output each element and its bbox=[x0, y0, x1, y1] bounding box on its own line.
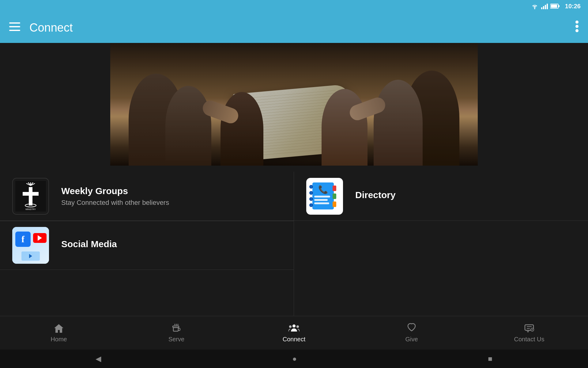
svg-point-13 bbox=[575, 29, 579, 32]
hamburger-menu-icon[interactable] bbox=[9, 22, 20, 33]
ministry-icon: MINISTRY bbox=[12, 178, 49, 215]
svg-rect-10 bbox=[9, 30, 20, 31]
svg-rect-25 bbox=[173, 328, 178, 331]
contact-us-icon bbox=[524, 323, 535, 334]
nav-item-give[interactable]: Give bbox=[353, 320, 470, 346]
svg-text:MINISTRY: MINISTRY bbox=[25, 208, 36, 210]
nav-item-contact-us[interactable]: Contact Us bbox=[470, 320, 588, 346]
svg-rect-2 bbox=[543, 6, 544, 9]
home-icon bbox=[53, 323, 64, 334]
home-label: Home bbox=[51, 336, 67, 343]
svg-rect-3 bbox=[545, 5, 546, 9]
directory-title: Directory bbox=[355, 190, 576, 200]
weekly-groups-title: Weekly Groups bbox=[61, 186, 281, 196]
page-title: Connect bbox=[29, 21, 575, 34]
content-grid: MINISTRY Weekly Groups Stay Connected wi… bbox=[0, 172, 588, 334]
svg-point-31 bbox=[289, 325, 292, 328]
weekly-groups-subtitle: Stay Connected with other believers bbox=[61, 199, 281, 207]
contact-us-label: Contact Us bbox=[514, 336, 545, 343]
back-button[interactable]: ◀ bbox=[96, 355, 101, 363]
svg-point-30 bbox=[292, 324, 296, 328]
connect-label: Connect bbox=[283, 336, 306, 343]
hero-image bbox=[110, 43, 478, 166]
svg-rect-7 bbox=[558, 5, 560, 7]
social-media-card[interactable]: f Social Media bbox=[0, 221, 294, 270]
status-bar: 10:26 bbox=[0, 0, 588, 12]
nav-item-home[interactable]: Home bbox=[0, 320, 118, 346]
signal-icon bbox=[541, 3, 548, 9]
status-time: 10:26 bbox=[565, 3, 581, 10]
nav-item-serve[interactable]: Serve bbox=[118, 320, 235, 346]
wifi-icon bbox=[531, 3, 539, 9]
svg-rect-4 bbox=[547, 4, 548, 9]
status-icons: 10:26 bbox=[531, 3, 581, 10]
svg-rect-8 bbox=[9, 22, 20, 24]
give-icon bbox=[406, 323, 417, 334]
serve-label: Serve bbox=[168, 336, 184, 343]
battery-icon bbox=[550, 3, 560, 9]
social-media-text: Social Media bbox=[61, 239, 281, 252]
svg-point-12 bbox=[575, 25, 579, 28]
right-pane: 📞 bbox=[294, 172, 588, 334]
home-button[interactable]: ● bbox=[292, 355, 297, 363]
social-media-icon: f bbox=[12, 227, 49, 264]
directory-card[interactable]: 📞 bbox=[294, 172, 588, 221]
svg-rect-29 bbox=[178, 328, 180, 331]
directory-icon: 📞 bbox=[306, 178, 343, 215]
social-media-title: Social Media bbox=[61, 239, 281, 249]
bottom-nav: Home Serve Connect bbox=[0, 316, 588, 350]
svg-rect-1 bbox=[541, 7, 542, 9]
svg-rect-9 bbox=[9, 26, 20, 27]
left-pane: MINISTRY Weekly Groups Stay Connected wi… bbox=[0, 172, 294, 334]
svg-rect-15 bbox=[29, 187, 32, 205]
svg-rect-6 bbox=[551, 5, 557, 8]
serve-icon bbox=[171, 323, 182, 334]
svg-point-11 bbox=[575, 21, 579, 24]
connect-icon bbox=[288, 323, 300, 334]
weekly-groups-text: Weekly Groups Stay Connected with other … bbox=[61, 186, 281, 207]
recent-button[interactable]: ■ bbox=[488, 355, 492, 363]
more-options-icon[interactable] bbox=[575, 20, 579, 35]
directory-text: Directory bbox=[355, 190, 576, 203]
svg-point-32 bbox=[296, 325, 299, 328]
give-label: Give bbox=[405, 336, 418, 343]
android-nav-bar: ◀ ● ■ bbox=[0, 350, 588, 368]
app-bar: Connect bbox=[0, 12, 588, 43]
weekly-groups-card[interactable]: MINISTRY Weekly Groups Stay Connected wi… bbox=[0, 172, 294, 221]
svg-point-0 bbox=[534, 8, 535, 9]
svg-rect-16 bbox=[23, 192, 39, 196]
nav-item-connect[interactable]: Connect bbox=[235, 320, 353, 346]
